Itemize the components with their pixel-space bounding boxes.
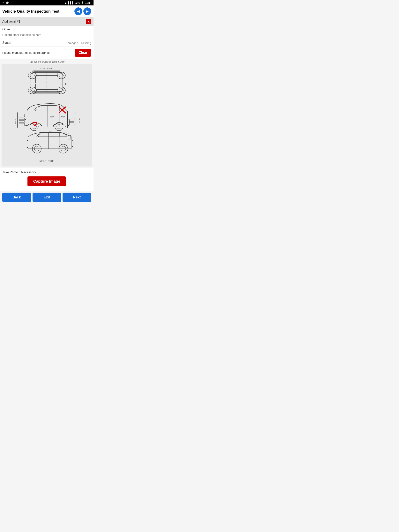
bottom-view-car — [26, 132, 73, 153]
clear-button[interactable]: Clear — [75, 49, 91, 57]
status-options: Damaged Missing — [65, 41, 91, 44]
svg-rect-23 — [69, 122, 74, 126]
svg-rect-28 — [61, 116, 65, 117]
red-x-mark — [59, 107, 66, 113]
header-nav: ◀ ▶ — [74, 7, 91, 15]
status-label: Status — [2, 41, 11, 44]
front-label: FRONT — [14, 117, 16, 124]
svg-point-32 — [57, 124, 61, 129]
off-side-label: OFF SIDE — [40, 67, 53, 70]
svg-rect-43 — [62, 141, 65, 142]
status-bar-left: 👁 💬 — [2, 1, 9, 4]
rear-label: REAR — [78, 118, 80, 123]
status-missing[interactable]: Missing — [81, 41, 91, 44]
svg-rect-20 — [19, 123, 25, 126]
wifi-icon: ▲ — [64, 1, 67, 4]
car-diagram-svg[interactable]: OFF SIDE — [4, 66, 90, 164]
svg-rect-24 — [48, 106, 59, 111]
svg-rect-42 — [51, 141, 54, 142]
header: Vehicle Quality Inspection Test ◀ ▶ — [0, 6, 94, 17]
svg-rect-18 — [19, 118, 25, 120]
other-label: Other — [2, 28, 91, 31]
svg-rect-17 — [19, 114, 25, 117]
front-side-panel — [18, 112, 26, 128]
mark-section: Please mark part of car as referance. Cl… — [0, 47, 94, 59]
svg-point-31 — [55, 122, 63, 131]
svg-point-29 — [30, 122, 38, 131]
photo-label: Take Photo if Necessary — [2, 171, 91, 174]
battery-text: 82% — [75, 1, 80, 4]
svg-rect-15 — [62, 83, 65, 85]
chat-icon: 💬 — [6, 1, 9, 4]
additional-label: Additional #1 — [2, 20, 20, 23]
time-display: 12:14 — [85, 1, 91, 4]
other-input[interactable] — [2, 32, 91, 37]
svg-rect-19 — [19, 120, 25, 122]
status-section: Status Damaged Missing — [0, 39, 94, 47]
tap-hint: Tap on the image to view & edit — [0, 59, 94, 64]
near-side-label: NEAR SIDE — [39, 160, 54, 162]
forward-nav-button[interactable]: ▶ — [83, 7, 91, 15]
status-damaged[interactable]: Damaged — [65, 41, 78, 44]
status-bar-right: ▲ ▌▌▌ 82% 🔋 12:14 — [64, 1, 91, 4]
photo-section: Take Photo if Necessary Capture Image — [0, 168, 94, 191]
battery-icon: 🔋 — [81, 1, 84, 4]
svg-point-7 — [57, 72, 65, 79]
svg-point-11 — [57, 87, 65, 94]
red-curve-mark — [33, 122, 37, 126]
side-view-car — [25, 104, 69, 131]
bottom-nav: Back Exit Next — [0, 191, 94, 204]
svg-rect-21 — [67, 112, 76, 128]
exit-button[interactable]: Exit — [32, 193, 61, 202]
eye-icon: 👁 — [2, 1, 5, 4]
capture-image-button[interactable]: Capture Image — [27, 177, 66, 186]
page-title: Vehicle Quality Inspection Test — [2, 9, 59, 14]
status-row: Status Damaged Missing — [2, 41, 91, 44]
back-button[interactable]: Back — [2, 193, 31, 202]
back-nav-button[interactable]: ◀ — [74, 7, 82, 15]
car-diagram-container[interactable]: OFF SIDE — [1, 64, 92, 166]
svg-rect-38 — [49, 133, 59, 137]
svg-point-9 — [28, 87, 36, 94]
other-section: Other — [0, 26, 94, 39]
top-view-car — [28, 71, 65, 94]
svg-rect-1 — [35, 75, 58, 83]
svg-rect-22 — [69, 117, 74, 121]
svg-rect-27 — [50, 116, 53, 117]
rear-side-panel — [67, 112, 76, 128]
close-additional-button[interactable]: ✕ — [86, 19, 91, 24]
additional-bar: Additional #1 ✕ — [0, 17, 94, 26]
next-button[interactable]: Next — [63, 193, 91, 202]
signal-icon: ▌▌▌ — [68, 1, 74, 4]
mark-text: Please mark part of car as referance. — [2, 51, 51, 54]
svg-point-5 — [28, 72, 36, 79]
status-bar: 👁 💬 ▲ ▌▌▌ 82% 🔋 12:14 — [0, 0, 94, 6]
